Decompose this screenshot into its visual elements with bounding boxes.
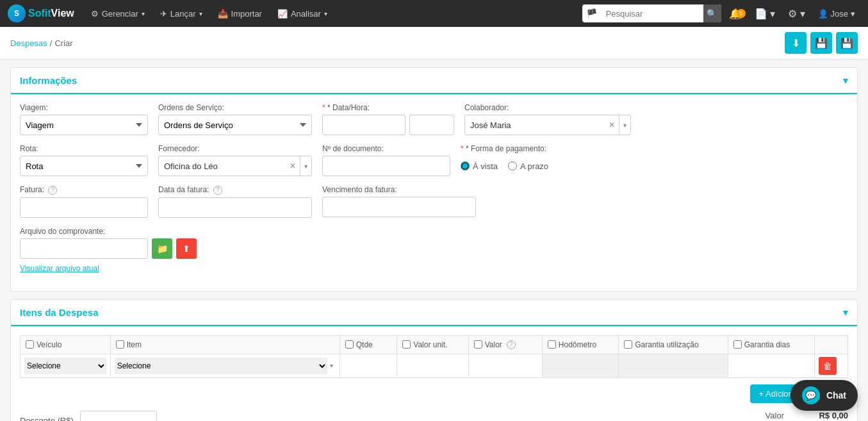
data-fatura-help-icon[interactable]: ? [213,186,222,195]
delete-row-button[interactable]: 🗑 [819,357,837,375]
itens-title: Itens da Despesa [20,307,99,318]
td-hodometro: 0,0 [542,354,618,377]
settings-icon[interactable]: ⚙ ▾ [783,8,810,20]
chevron-down-icon: ▾ [324,10,327,17]
save-button-1[interactable]: 💾 [810,32,832,54]
check-valor-unit[interactable] [402,340,411,349]
qtde-input[interactable]: 0,00 [344,358,393,374]
radio-aprazo-label[interactable]: A prazo [508,161,548,171]
main-content: Informações ▾ Viagem: Viagem Ordens de S… [0,60,868,421]
save-button-2[interactable]: 💾 [836,32,858,54]
rota-label: Rota: [20,144,148,153]
informacoes-title: Informações [20,75,77,86]
td-valor-unit: 0,00 [397,354,468,377]
rota-group: Rota: Rota [20,144,148,176]
data-fatura-input[interactable]: 27/06/2022 [158,197,312,218]
colaborador-value: José Maria [465,117,605,133]
vencimento-input[interactable]: 27/07/2022 [322,197,476,217]
hodometro-input[interactable]: 0,0 [546,358,614,374]
th-garantia-util: Garantia utilização [619,335,728,354]
fornecedor-arrow-button[interactable]: ▾ [300,156,311,176]
th-garantia-dias: Garantia dias [728,335,814,354]
data-fatura-group: Data da fatura: ? 27/06/2022 [158,185,312,218]
logo-text: SofitView [28,8,74,19]
app-logo[interactable]: S SofitView [8,4,74,22]
informacoes-chevron[interactable]: ▾ [843,74,848,87]
notification-badge: 5 [737,9,746,18]
form-row-2: Rota: Rota Fornecedor: Oficina do Léo ✕ … [20,144,848,176]
nav-lancar[interactable]: ✈ Lançar ▾ [154,0,209,27]
ordens-select[interactable]: Ordens de Serviço [158,115,312,135]
check-veiculo[interactable] [26,340,34,349]
rota-select[interactable]: Rota [20,156,148,176]
nav-analisar[interactable]: 📈 Analisar ▾ [271,0,334,27]
data-input[interactable]: 27/06/2022 [322,115,405,135]
user-menu[interactable]: 👤 Jose ▾ [813,9,860,19]
td-valor: 0,00 [468,354,542,377]
file-upload-row: Boleto.jpg 📁 ⬆ [20,238,197,259]
fatura-label: Fatura: ? [20,185,148,195]
folder-button[interactable]: 📁 [152,238,172,259]
logo-icon: S [8,4,26,22]
fatura-input[interactable]: 6841 [20,197,148,218]
td-qtde: 0,00 [340,354,397,377]
colaborador-arrow-button[interactable]: ▾ [619,115,630,135]
valor-total-value: R$ 0,00 [797,411,848,420]
search-button[interactable]: 🔍 [703,4,721,22]
vencimento-label: Vencimento da fatura: [322,185,476,194]
garantia-dias-input[interactable] [732,358,810,374]
valor-unit-input[interactable]: 0,00 [401,358,464,374]
chat-button[interactable]: 💬 Chat [790,380,858,411]
download-button[interactable]: ⬇ [785,32,807,54]
valor-total-line: Valor R$ 0,00 [733,411,848,420]
forma-pagamento-group: * * Forma de pagamento: À vista A prazo [461,144,548,176]
expense-table: Veículo Item Qtde [20,335,848,378]
document-icon[interactable]: 📄 ▾ [749,8,780,20]
fornecedor-group: Fornecedor: Oficina do Léo ✕ ▾ [158,144,312,176]
check-qtde[interactable] [345,340,354,349]
radio-avista-label[interactable]: À vista [461,161,498,171]
download-icon: ⬇ [792,37,800,49]
fatura-help-icon[interactable]: ? [48,186,57,195]
viagem-select[interactable]: Viagem [20,115,148,135]
item-arrow-icon: ▾ [327,362,336,369]
informacoes-header: Informações ▾ [11,68,857,94]
nav-importar[interactable]: 📥 Importar [211,0,268,27]
radio-avista[interactable] [461,161,470,170]
chevron-down-icon: ▾ [199,10,202,17]
fornecedor-clear-button[interactable]: ✕ [286,161,300,170]
viagem-group: Viagem: Viagem [20,103,148,135]
th-valor-unit: Valor unit. [397,335,468,354]
notification-icon[interactable]: 🔔 5 [724,8,747,20]
data-hora-group: * * Data/Hora: 27/06/2022 14:00 [322,103,454,135]
upload-button[interactable]: ⬆ [176,238,197,259]
arquivo-input[interactable]: Boleto.jpg [20,238,148,259]
check-item[interactable] [116,340,124,349]
garantia-util-input[interactable]: 0,0 [623,358,724,374]
itens-chevron[interactable]: ▾ [843,306,848,318]
discount-group: Desconto (R$) 0 [20,411,157,422]
radio-aprazo[interactable] [508,161,517,170]
breadcrumb-actions: ⬇ 💾 💾 [785,32,858,54]
check-garantia-util[interactable] [624,340,632,349]
check-hodometro[interactable] [548,340,556,349]
breadcrumb-parent-link[interactable]: Despesas [10,38,47,48]
fornecedor-select[interactable]: Oficina do Léo ✕ ▾ [158,156,312,176]
ndoc-input[interactable]: 56120 [322,156,450,176]
visualizar-link[interactable]: Visualizar arquivo atual [20,264,197,273]
veiculo-select[interactable]: Selecione [24,358,106,374]
fornecedor-value: Oficina do Léo [159,158,286,174]
colaborador-select[interactable]: José Maria ✕ ▾ [464,115,631,135]
hora-input[interactable]: 14:00 [409,115,454,135]
colaborador-clear-button[interactable]: ✕ [605,120,619,129]
item-select[interactable]: Selecione [115,358,327,374]
desconto-input[interactable]: 0 [80,411,157,422]
nav-gerenciar[interactable]: ⚙ Gerenciar ▾ [85,0,151,27]
check-valor[interactable] [474,340,482,349]
search-input[interactable] [601,4,703,22]
valor-input[interactable]: 0,00 [473,358,538,374]
form-row-1: Viagem: Viagem Ordens de Serviço: Ordens… [20,103,848,135]
valor-help-icon[interactable]: ? [507,340,516,349]
totals-row: Desconto (R$) 0 Valor R$ 0,00 Desconto ▲ [20,406,848,422]
check-garantia-dias[interactable] [733,340,742,349]
